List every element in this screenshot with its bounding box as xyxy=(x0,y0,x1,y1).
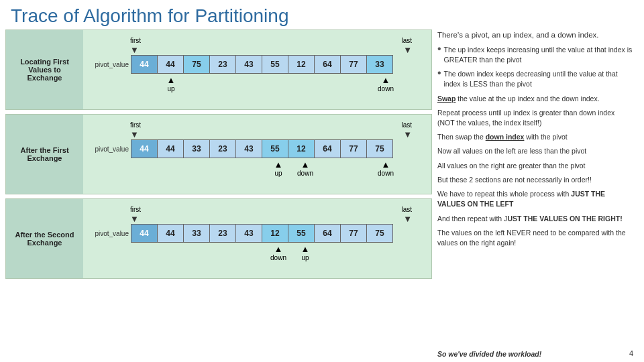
section2-last-arrow: ▼ xyxy=(403,129,412,139)
rp-intro: There's a pivot, an up index, and a down… xyxy=(437,29,633,41)
bullet2-dot: • xyxy=(437,68,441,78)
s1-cell-8: 33 xyxy=(366,55,393,74)
section2-pivot-cell: 44 xyxy=(131,139,158,158)
section2-down-label: down xyxy=(297,170,313,177)
section3-first-arrow: ▼ xyxy=(130,214,139,224)
s2-cell-0: 44 xyxy=(157,139,184,158)
swap-rest: the value at the up index and the down i… xyxy=(458,95,599,103)
rp-repeat-just: We have to repeat this whole process wit… xyxy=(437,189,633,209)
swap-underline: Swap xyxy=(437,95,455,103)
s2-cell-4: 55 xyxy=(262,139,288,158)
section1-first: first xyxy=(130,37,141,44)
page-title: Trace of Algorithm for Partitioning xyxy=(0,0,644,29)
section1-label: Locating First Values to Exchange xyxy=(6,30,83,109)
section2-area: first last ▼ ▼ pivot_value 44 44 33 23 4… xyxy=(83,115,431,194)
section1-last: last xyxy=(401,37,412,44)
section2-label: After the First Exchange xyxy=(6,115,83,194)
section3-pivot-cell: 44 xyxy=(131,224,158,243)
rp-bullet2: • The down index keeps decreasing until … xyxy=(437,69,633,89)
section1-down-label: down xyxy=(378,85,394,93)
s1-cell-6: 64 xyxy=(314,55,341,74)
section2-diagram: After the First Exchange first last ▼ ▼ … xyxy=(5,114,432,194)
s2-cell-2: 23 xyxy=(209,139,236,158)
section2-last: last xyxy=(401,121,412,129)
rp-repeat: Repeat process until up index is greater… xyxy=(437,108,633,128)
section2-down-label2: down xyxy=(378,170,394,177)
page-number: 4 xyxy=(629,349,633,359)
just-left-bold: JUST THE VALUES ON THE LEFT xyxy=(437,190,605,208)
s2-cell-5: 12 xyxy=(288,139,315,158)
s3-cell-6: 64 xyxy=(314,224,341,243)
s1-cell-7: 77 xyxy=(340,55,367,74)
right-panel: There's a pivot, an up index, and a down… xyxy=(432,29,639,359)
with-pivot: with the pivot xyxy=(524,133,567,141)
section3-first: first xyxy=(130,206,141,213)
section3-last: last xyxy=(401,206,412,213)
section3-pivot-label: pivot_value xyxy=(89,230,129,237)
s3-cell-2: 23 xyxy=(209,224,236,243)
s1-cell-1: 75 xyxy=(183,55,210,74)
rp-divided: So we've divided the workload! xyxy=(437,349,541,359)
rp-but-two: But these 2 sections are not necessarily… xyxy=(437,175,633,185)
s2-cell-8: 75 xyxy=(366,139,393,158)
section1-area: first last ▼ ▼ pivot_value 44 44 xyxy=(83,30,431,109)
section1-pivot-label: pivot_value xyxy=(89,61,129,68)
rp-all-right: All values on the right are greater than… xyxy=(437,161,633,171)
section3-up-label: up xyxy=(301,254,309,261)
s1-cell-2: 23 xyxy=(209,55,236,74)
s1-cell-4: 55 xyxy=(262,55,288,74)
section1-first-arrow: ▼ xyxy=(130,45,139,55)
s2-cell-1: 33 xyxy=(183,139,210,158)
section3-label: After the Second Exchange xyxy=(6,199,83,278)
s2-cell-3: 43 xyxy=(235,139,262,158)
rp-and-then: And then repeat with JUST THE VALUES ON … xyxy=(437,214,633,224)
s3-cell-3: 43 xyxy=(235,224,262,243)
then-text: Then swap the xyxy=(437,133,486,141)
s2-cell-7: 77 xyxy=(340,139,367,158)
rp-swap: Swap the value at the up index and the d… xyxy=(437,94,633,104)
bullet1-dot: • xyxy=(437,44,441,54)
s3-cell-4: 12 xyxy=(262,224,288,243)
down-underline: down index xyxy=(486,133,525,141)
s3-cell-5: 55 xyxy=(288,224,315,243)
rp-now-all: Now all values on the left are less than… xyxy=(437,146,633,156)
just-right-bold: UST THE VALUES ON THE RIGHT! xyxy=(507,215,622,223)
section1-last-arrow: ▼ xyxy=(403,45,412,55)
section2-first-arrow: ▼ xyxy=(130,129,139,139)
s3-cell-1: 33 xyxy=(183,224,210,243)
section1-pivot-cell: 44 xyxy=(131,55,158,74)
bullet1-text: The up index keeps increasing until the … xyxy=(444,45,634,65)
bullet2-text: The down index keeps decreasing until th… xyxy=(444,69,634,89)
s1-cell-3: 43 xyxy=(235,55,262,74)
rp-never: The values on the left NEVER need to be … xyxy=(437,228,633,248)
section1-up-label: up xyxy=(167,85,174,93)
rp-then-swap: Then swap the down index with the pivot xyxy=(437,132,633,142)
s3-cell-8: 75 xyxy=(366,224,393,243)
section2-up-label: up xyxy=(274,170,282,177)
section2-first: first xyxy=(130,121,141,129)
s2-cell-6: 64 xyxy=(314,139,341,158)
rp-bullet1: • The up index keeps increasing until th… xyxy=(437,45,633,65)
section2-pivot-label: pivot_value xyxy=(89,145,129,153)
section3-last-arrow: ▼ xyxy=(403,214,412,224)
s1-cell-5: 12 xyxy=(288,55,315,74)
section3-down-label: down xyxy=(270,254,286,261)
s3-cell-7: 77 xyxy=(340,224,367,243)
section3-area: first last ▼ ▼ pivot_value 44 44 33 23 4… xyxy=(83,199,431,278)
s3-cell-0: 44 xyxy=(157,224,184,243)
section1-diagram: Locating First Values to Exchange first … xyxy=(5,29,432,110)
left-panel: Locating First Values to Exchange first … xyxy=(5,29,432,359)
section3-diagram: After the Second Exchange first last ▼ ▼… xyxy=(5,198,432,279)
s1-cell-0: 44 xyxy=(157,55,184,74)
